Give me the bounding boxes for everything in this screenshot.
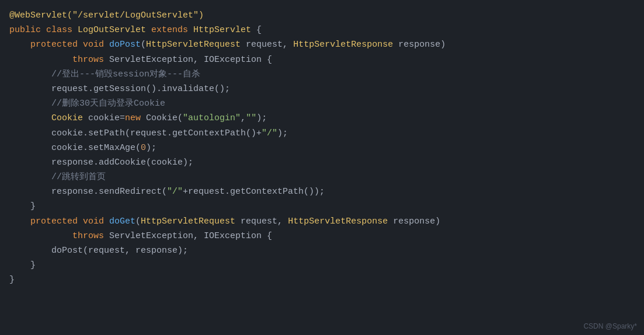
- code-token: HttpServletRequest: [146, 40, 246, 50]
- code-line: request.getSession().invalidate();: [9, 82, 635, 96]
- code-token: [9, 113, 51, 123]
- code-line: //删除30天自动登录Cookie: [9, 96, 635, 111]
- code-line: cookie.setPath(request.getContextPath()+…: [9, 126, 635, 141]
- code-token: "/": [262, 128, 277, 138]
- code-line: protected void doGet(HttpServletRequest …: [9, 214, 635, 229]
- code-token: protected: [30, 40, 83, 50]
- code-token: "": [246, 113, 256, 123]
- code-token: HttpServlet: [193, 25, 256, 35]
- code-token: [9, 55, 72, 65]
- code-token: doPost: [109, 40, 141, 50]
- code-token: (: [141, 40, 146, 50]
- code-token: [9, 40, 30, 50]
- code-token: void: [83, 40, 109, 50]
- code-token: "/": [167, 187, 183, 197]
- code-token: [9, 231, 72, 241]
- code-token: request,: [241, 217, 288, 226]
- code-token: 0: [141, 143, 146, 153]
- code-token: throws: [72, 55, 109, 65]
- code-token: ServletException, IOException {: [109, 231, 272, 241]
- code-token: [9, 217, 30, 226]
- code-token: );: [256, 113, 267, 123]
- code-line: cookie.setMaxAge(0);: [9, 141, 635, 155]
- code-token: request,: [246, 40, 293, 50]
- code-block: @WebServlet("/servlet/LogOutServlet")pub…: [0, 8, 644, 288]
- code-token: cookie.setPath(request.getContextPath()+: [9, 128, 262, 138]
- code-token: ServletException, IOException {: [109, 55, 272, 65]
- code-token: void: [83, 217, 109, 226]
- code-token: response.sendRedirect(: [9, 187, 167, 197]
- code-token: LogOutServlet: [78, 25, 151, 35]
- code-token: request.getSession().invalidate();: [9, 84, 230, 94]
- code-line: throws ServletException, IOException {: [9, 229, 635, 243]
- code-token: }: [9, 275, 15, 285]
- code-token: HttpServletResponse: [293, 40, 398, 50]
- code-token: +request.getContextPath());: [183, 187, 325, 197]
- code-token: Cookie(: [146, 113, 183, 123]
- code-token: ,: [241, 113, 246, 123]
- code-line: response.addCookie(cookie);: [9, 155, 635, 170]
- code-line: protected void doPost(HttpServletRequest…: [9, 37, 635, 52]
- code-token: //跳转到首页: [9, 172, 106, 182]
- code-token: //登出---销毁session对象---自杀: [9, 69, 200, 79]
- code-token: cookie=: [88, 113, 125, 123]
- code-token: );: [146, 143, 156, 153]
- code-token: "autologin": [183, 113, 241, 123]
- code-token: extends: [151, 25, 193, 35]
- code-line: //跳转到首页: [9, 170, 635, 184]
- code-line: }: [9, 199, 635, 214]
- code-line: }: [9, 273, 635, 287]
- code-token: protected: [30, 217, 83, 226]
- code-line: throws ServletException, IOException {: [9, 53, 635, 67]
- code-token: (: [135, 217, 141, 226]
- code-token: public: [9, 25, 46, 35]
- code-token: );: [277, 128, 288, 138]
- code-token: response.addCookie(cookie);: [9, 158, 193, 168]
- code-line: response.sendRedirect("/"+request.getCon…: [9, 184, 635, 199]
- code-line: Cookie cookie=new Cookie("autologin","")…: [9, 111, 635, 125]
- code-token: class: [46, 25, 78, 35]
- code-token: @WebServlet("/servlet/LogOutServlet"): [9, 11, 204, 20]
- code-token: cookie.setMaxAge(: [9, 143, 141, 153]
- code-line: doPost(request, response);: [9, 243, 635, 258]
- code-token: HttpServletResponse: [288, 217, 393, 226]
- code-token: throws: [72, 231, 109, 241]
- code-container: @WebServlet("/servlet/LogOutServlet")pub…: [0, 0, 644, 335]
- code-line: @WebServlet("/servlet/LogOutServlet"): [9, 8, 635, 23]
- code-line: //登出---销毁session对象---自杀: [9, 67, 635, 82]
- code-line: public class LogOutServlet extends HttpS…: [9, 23, 635, 37]
- code-token: response): [398, 40, 445, 50]
- code-token: new: [125, 113, 146, 123]
- code-token: doGet: [109, 217, 135, 226]
- code-token: doPost(request, response);: [9, 246, 188, 256]
- code-token: //删除30天自动登录Cookie: [9, 99, 165, 109]
- code-token: HttpServletRequest: [141, 217, 241, 226]
- code-line: }: [9, 258, 635, 273]
- code-token: }: [9, 201, 36, 211]
- watermark: CSDN @Sparky*: [583, 322, 637, 330]
- code-token: }: [9, 260, 36, 270]
- code-token: Cookie: [51, 113, 88, 123]
- code-token: response): [393, 217, 440, 226]
- code-token: {: [256, 25, 262, 35]
